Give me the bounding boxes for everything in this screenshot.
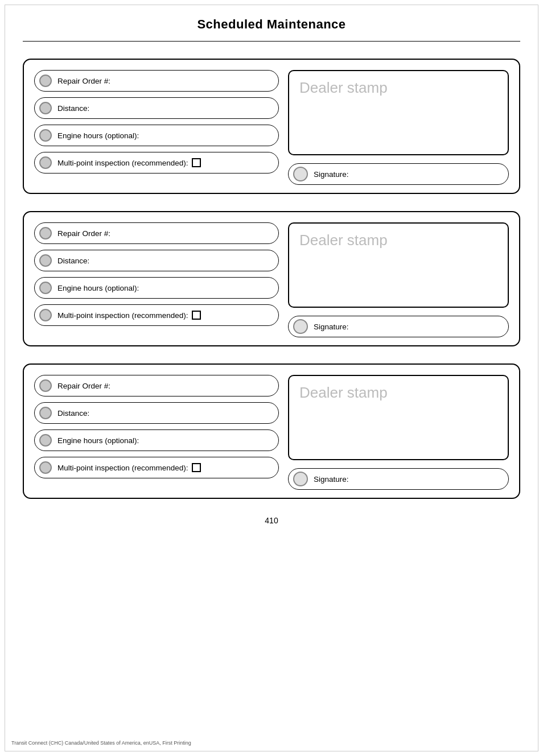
page-border <box>5 5 538 751</box>
footer-text: Transit Connect (CHC) Canada/United Stat… <box>11 740 191 746</box>
